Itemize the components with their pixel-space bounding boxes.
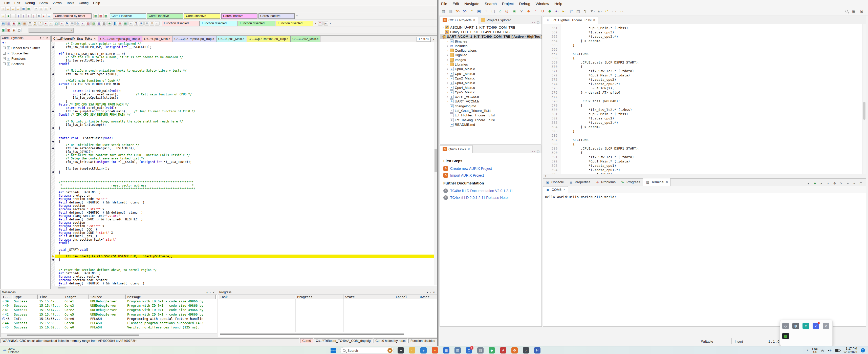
tree-item[interactable]: ›cCpu3_Main.c xyxy=(440,81,541,85)
gutter[interactable] xyxy=(51,137,55,140)
maximize-panel-icon[interactable]: ▢ xyxy=(858,181,863,186)
close-icon[interactable]: ✕ xyxy=(563,188,565,191)
expand-plus-icon[interactable]: + xyxy=(3,62,6,65)
program-window-icon[interactable]: ▱ xyxy=(49,21,53,26)
gutter[interactable] xyxy=(51,251,55,255)
zoom-app-icon[interactable]: Z xyxy=(813,323,819,329)
terminal-settings-icon[interactable]: ⚙ xyxy=(832,181,837,186)
save-all-icon[interactable]: ▥ xyxy=(448,8,454,14)
copy-icon[interactable]: ⊟ xyxy=(39,7,43,11)
language-switcher[interactable]: ENGUS xyxy=(812,347,818,353)
gutter[interactable] xyxy=(51,164,55,167)
close-icon[interactable]: ✕ xyxy=(593,19,595,22)
usb-device-icon[interactable]: ψ xyxy=(793,323,799,329)
gutter[interactable] xyxy=(51,190,55,194)
gutter[interactable] xyxy=(51,52,55,55)
editor-tab[interactable]: C:\...\Cpu\Trap\IfxCpu_Trap.c xyxy=(98,36,142,42)
new-wizard-icon[interactable]: * xyxy=(469,8,475,14)
gutter[interactable] xyxy=(51,150,55,153)
expand-arrow-icon[interactable]: › xyxy=(446,72,450,75)
editor-tab[interactable]: C:\...\Cpu\Trap\IfxCpu_Trap.c xyxy=(172,36,216,42)
doc-window-icon[interactable]: ¶ xyxy=(134,21,138,26)
gutter[interactable] xyxy=(51,170,55,174)
html-report-icon[interactable]: ▤ xyxy=(118,21,122,26)
messages-col-4[interactable]: Source xyxy=(89,295,126,299)
expand-arrow-icon[interactable]: › xyxy=(446,91,450,94)
undo-edit-icon[interactable]: ↶ xyxy=(603,8,610,14)
flash-erase-icon[interactable]: ▦ xyxy=(98,14,103,18)
message-row[interactable]: i43Info15:15:53...Core0PFLASHProgramming… xyxy=(1,317,217,321)
source-window-icon[interactable]: ▤ xyxy=(1,21,6,26)
quicklink[interactable]: ⚙Import AURIX Project xyxy=(443,172,538,179)
close-icon[interactable]: ✕ xyxy=(45,36,49,39)
maximize-icon[interactable]: ▢ xyxy=(537,150,539,153)
editor-tab[interactable]: C:\...\Tricore\Ifx_Ssw_Tc0.c✕ xyxy=(51,35,98,42)
pointer-tool-icon[interactable]: ▶ xyxy=(323,21,328,26)
gutter[interactable] xyxy=(51,187,55,190)
editor-tab[interactable]: C:\...\\Cpu1_Main.c xyxy=(216,36,246,42)
terminal-output[interactable]: Hello World!Hello World!Hello World! xyxy=(543,193,866,326)
maximize-icon[interactable]: ▢ xyxy=(537,21,539,24)
gutter[interactable] xyxy=(51,55,55,59)
minimize-icon[interactable]: ▭ xyxy=(532,21,535,24)
tree-item[interactable]: ›CBlinky_LED_1_KIT_TC499_COM_TRB xyxy=(440,30,541,34)
eclipse-menu-search[interactable]: Search xyxy=(485,1,500,6)
expand-plus-icon[interactable]: + xyxy=(3,52,6,55)
gutter[interactable] xyxy=(51,59,55,62)
expand-arrow-icon[interactable]: › xyxy=(441,31,445,33)
wifi-icon[interactable]: ((( xyxy=(821,349,824,351)
message-row[interactable]: ✓44Success15:15:53...Core0PFLASHFlashing… xyxy=(1,321,217,325)
aurix-studio-icon[interactable]: ⚙ xyxy=(512,347,518,353)
tree-item[interactable]: ›cCpu1_Main.c xyxy=(440,71,541,76)
tree-item[interactable]: ≡Lcf_Hightec_Tricore_Tc.lsl xyxy=(440,113,541,118)
pin-icon[interactable]: ▫ xyxy=(429,291,432,294)
close-icon[interactable]: ✕ xyxy=(468,148,470,151)
acrobat-app-icon[interactable]: A xyxy=(500,347,506,353)
tree-item[interactable]: ›cUART_VCOM.c xyxy=(440,94,541,99)
tree-item[interactable]: ›Images xyxy=(440,57,541,62)
progress-col-4[interactable]: Owner xyxy=(418,295,437,299)
gutter[interactable] xyxy=(51,89,55,93)
gutter[interactable] xyxy=(51,261,55,265)
chart-window-icon[interactable]: ▊ xyxy=(113,21,117,26)
table-view-icon[interactable]: ⊞ xyxy=(139,21,144,26)
gutter[interactable] xyxy=(51,113,55,116)
gutter[interactable] xyxy=(51,65,55,69)
expand-arrow-icon[interactable]: › xyxy=(446,58,450,61)
perspective-cpp-icon[interactable]: ▦ xyxy=(851,9,856,14)
paste-icon[interactable]: ⊞ xyxy=(44,7,48,11)
script-editor-icon[interactable]: ≡ xyxy=(128,21,133,26)
taskbar-clock[interactable]: 3:17 PM9/19/2023 xyxy=(844,347,857,354)
start-button[interactable] xyxy=(331,348,336,353)
symbols-tree-item[interactable]: +▤Functions xyxy=(1,56,50,61)
tree-item[interactable]: ›HighTec xyxy=(440,53,541,57)
lsl-code[interactable]: *Cpu3_Main.* (.zbss) *(.zbss_cpu3) *(.zb… xyxy=(561,24,866,174)
tree-item[interactable]: ›Libraries xyxy=(440,62,541,66)
ude-menu-edit[interactable]: Edit xyxy=(12,1,23,5)
macro-editor-icon[interactable]: » xyxy=(59,21,64,26)
connection-view-icon[interactable]: ⇄ xyxy=(155,21,160,26)
flash-light-icon[interactable]: ▸ xyxy=(561,8,567,14)
clear-terminal-icon[interactable]: ✕ xyxy=(839,181,844,186)
copy-view-icon[interactable]: ⊟ xyxy=(145,21,149,26)
pin-icon[interactable]: ▫ xyxy=(209,291,212,294)
gutter[interactable] xyxy=(51,99,55,103)
find-symbol-icon[interactable]: ◎ xyxy=(75,21,80,26)
progress-col-1[interactable]: Progress xyxy=(296,295,343,299)
flash-program-icon[interactable]: ▦ xyxy=(93,14,98,18)
ude-menu-config[interactable]: Config xyxy=(76,1,91,5)
editor-hscrollbar[interactable] xyxy=(51,286,437,289)
tab-progress[interactable]: ≫Progress xyxy=(618,178,643,186)
run-target-icon[interactable]: ◎ xyxy=(504,8,510,14)
gutter[interactable] xyxy=(51,45,55,49)
run-to-icon[interactable]: → xyxy=(46,14,51,18)
pin-terminal-icon[interactable]: ▾ xyxy=(806,181,811,186)
quicklink[interactable]: ⚙Create new AURIX Project xyxy=(443,165,538,172)
trace-window-icon[interactable]: ▨ xyxy=(86,21,91,26)
editor-tab[interactable]: C:\...\Cpu\Trap\IfxCpu_Trap.c xyxy=(247,36,290,42)
gutter[interactable] xyxy=(51,197,55,201)
outline-icon[interactable]: ▤ xyxy=(575,8,581,14)
halt-list-icon[interactable]: ☰ xyxy=(11,14,16,18)
store-app-icon[interactable]: ▦ xyxy=(443,347,450,353)
target-combobox[interactable] xyxy=(29,28,73,33)
